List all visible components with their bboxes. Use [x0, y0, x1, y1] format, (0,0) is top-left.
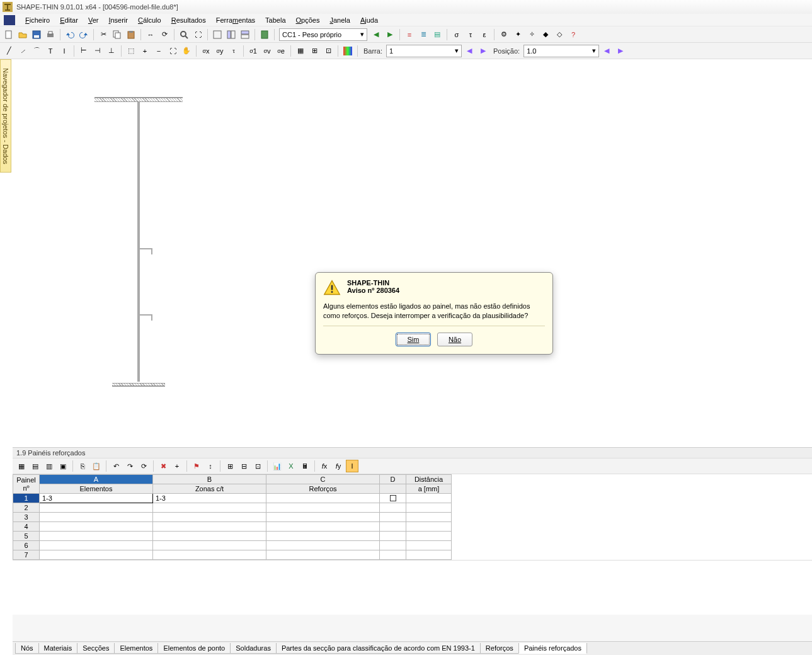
menu-opções[interactable]: Opções	[291, 15, 325, 25]
tbl-btn3-icon[interactable]: ▥	[43, 460, 55, 472]
col-A-letter[interactable]: A	[40, 475, 153, 484]
move-icon[interactable]: ↔	[144, 28, 157, 41]
table-row[interactable]: 11-31-3	[13, 494, 452, 503]
col-A-header[interactable]: Elementos	[40, 484, 153, 494]
zoom-out-icon[interactable]: −	[152, 45, 165, 57]
next-lc-icon[interactable]: ▶	[384, 28, 396, 41]
view3-icon[interactable]	[239, 28, 251, 41]
bottom-tab-8[interactable]: Painéis reforçados	[518, 643, 587, 654]
draw-line-icon[interactable]: ╱	[3, 45, 15, 57]
stress3-icon[interactable]: ε	[478, 28, 491, 41]
menu-tabela[interactable]: Tabela	[260, 15, 290, 25]
loadcase-combo[interactable]: CC1 - Peso próprio▾	[279, 28, 367, 41]
menu-editar[interactable]: Editar	[55, 15, 83, 25]
rotate-icon[interactable]: ⟳	[158, 28, 171, 41]
dialog-yes-button[interactable]: Sim	[396, 333, 431, 346]
draw-i-icon[interactable]: I	[58, 45, 71, 57]
bottom-tab-2[interactable]: Secções	[77, 643, 115, 654]
zoom-all-icon[interactable]: ⛶	[166, 45, 179, 57]
draw-t-icon[interactable]: T	[44, 45, 57, 57]
pos-next-icon[interactable]: ▶	[614, 45, 627, 57]
redo-icon[interactable]	[77, 28, 90, 41]
bottom-tab-0[interactable]: Nós	[15, 643, 39, 654]
menu-cálculo[interactable]: Cálculo	[133, 15, 166, 25]
zoom-win-icon[interactable]: ⬚	[125, 45, 137, 57]
bottom-tab-4[interactable]: Elementos de ponto	[157, 643, 231, 654]
col-E-header[interactable]: a [mm]	[406, 484, 452, 494]
sigma-y-icon[interactable]: σy	[214, 45, 226, 57]
tbl-paste-icon[interactable]: 📋	[90, 460, 103, 472]
render-icon[interactable]	[341, 45, 354, 57]
table-row[interactable]: 4	[13, 522, 452, 532]
tbl-refresh-icon[interactable]: ⟳	[137, 460, 150, 472]
tbl-redo-icon[interactable]: ↷	[123, 460, 136, 472]
model-canvas[interactable]: SHAPE-THIN Aviso nº 280364 Alguns elemen…	[13, 59, 812, 447]
bottom-tab-5[interactable]: Soldaduras	[230, 643, 277, 654]
table-row[interactable]: 6	[13, 541, 452, 550]
barra-next-icon[interactable]: ▶	[477, 45, 489, 57]
menu-ferramentas[interactable]: Ferramentas	[211, 15, 260, 25]
tbl-del-icon[interactable]: ✖	[157, 460, 169, 472]
col-B-header[interactable]: Zonas c/t	[153, 484, 266, 494]
tbl-grid1-icon[interactable]: ⊞	[224, 460, 236, 472]
save-icon[interactable]	[30, 28, 43, 41]
new-file-icon[interactable]	[3, 28, 15, 41]
sigma-x-icon[interactable]: σx	[200, 45, 212, 57]
col-D-letter[interactable]: D	[380, 475, 406, 484]
tbl-fy-icon[interactable]: fy	[332, 460, 345, 472]
tbl-undo-icon[interactable]: ↶	[110, 460, 122, 472]
help-icon[interactable]: ?	[567, 28, 580, 41]
project-navigator-tab[interactable]: Navegador de projetos - Dados	[0, 59, 11, 173]
tbl-calc-icon[interactable]: 🖩	[299, 460, 311, 472]
table-panels[interactable]: Painel nº A B C D Distância Elementos Zo…	[13, 474, 812, 560]
zoom-in-icon[interactable]: +	[139, 45, 151, 57]
opt3-icon[interactable]: ✧	[525, 28, 538, 41]
opt4-icon[interactable]: ◆	[539, 28, 552, 41]
calc-icon[interactable]	[258, 28, 271, 41]
draw-arc-icon[interactable]: ⌒	[30, 45, 43, 57]
bottom-tab-7[interactable]: Reforços	[480, 643, 519, 654]
tbl-excel-icon[interactable]: X	[285, 460, 297, 472]
table-row[interactable]: 2	[13, 503, 452, 513]
pos-input[interactable]: 1.0▾	[523, 45, 599, 57]
tbl-fx-icon[interactable]: fx	[318, 460, 331, 472]
opt2-icon[interactable]: ✦	[512, 28, 524, 41]
barra-prev-icon[interactable]: ◀	[463, 45, 476, 57]
tbl-highlight-icon[interactable]: I	[346, 460, 358, 472]
stress2-icon[interactable]: τ	[464, 28, 477, 41]
prev-lc-icon[interactable]: ◀	[370, 28, 382, 41]
stress1-icon[interactable]: σ	[450, 28, 463, 41]
tbl-ins-icon[interactable]: +	[171, 460, 183, 472]
view1-icon[interactable]	[211, 28, 224, 41]
view2-icon[interactable]	[225, 28, 237, 41]
tau-icon[interactable]: τ	[227, 45, 240, 57]
opt1-icon[interactable]: ⚙	[498, 28, 510, 41]
grid-icon[interactable]: ▦	[294, 45, 307, 57]
snap-icon[interactable]: ⊞	[308, 45, 321, 57]
copy-icon[interactable]	[111, 28, 123, 41]
tbl-grid2-icon[interactable]: ⊟	[237, 460, 250, 472]
sigma1-icon[interactable]: σ1	[247, 45, 260, 57]
dim3-icon[interactable]: ⊥	[105, 45, 118, 57]
col-C-header[interactable]: Reforços	[266, 484, 380, 494]
col-C-letter[interactable]: C	[266, 475, 380, 484]
tbl-btn2-icon[interactable]: ▤	[29, 460, 42, 472]
bottom-tab-6[interactable]: Partes da secção para classificação de a…	[276, 643, 481, 654]
menu-resultados[interactable]: Resultados	[166, 15, 211, 25]
open-icon[interactable]	[16, 28, 29, 41]
menu-ajuda[interactable]: Ajuda	[355, 15, 383, 25]
barra-input[interactable]: 1▾	[386, 45, 462, 57]
pan-icon[interactable]: ✋	[180, 45, 193, 57]
dim1-icon[interactable]: ⊢	[77, 45, 90, 57]
menu-inserir[interactable]: Inserir	[103, 15, 133, 25]
pos-prev-icon[interactable]: ◀	[600, 45, 613, 57]
results1-icon[interactable]: ≡	[403, 28, 416, 41]
tbl-grid3-icon[interactable]: ⊡	[251, 460, 264, 472]
table-row[interactable]: 3	[13, 513, 452, 522]
menu-ficheiro[interactable]: Ficheiro	[20, 15, 55, 25]
tbl-btn4-icon[interactable]: ▣	[57, 460, 69, 472]
table-row[interactable]: 7	[13, 550, 452, 560]
results3-icon[interactable]: ▤	[431, 28, 443, 41]
tbl-chart-icon[interactable]: 📊	[271, 460, 283, 472]
undo-icon[interactable]	[64, 28, 76, 41]
